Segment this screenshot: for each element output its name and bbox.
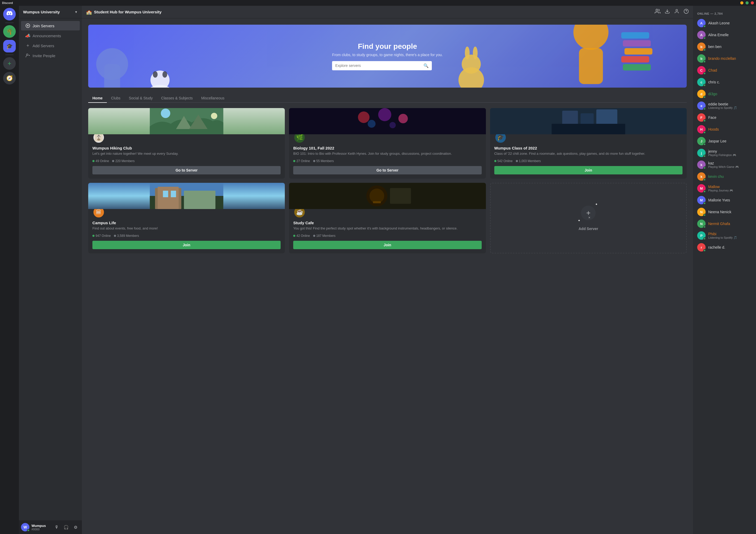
member-avatar-wrap: k — [697, 172, 706, 181]
sidebar-item-label: Join Servers — [33, 24, 54, 28]
member-item-akash-leone[interactable]: A Akash Leone — [695, 17, 754, 29]
member-avatar-wrap: P — [697, 231, 706, 240]
maximize-btn[interactable] — [745, 1, 749, 5]
tab-clubs[interactable]: Clubs — [107, 94, 125, 103]
sidebar-item-label: Invite People — [33, 54, 55, 58]
member-item-hoods[interactable]: H Hoods — [695, 123, 754, 135]
tab-social-study[interactable]: Social & Study — [125, 94, 157, 103]
join-btn-study-cafe[interactable]: Join — [293, 241, 481, 249]
tab-home[interactable]: Home — [88, 94, 107, 103]
svg-point-13 — [153, 71, 157, 78]
svg-rect-21 — [625, 48, 652, 55]
card-header: ☕ — [293, 213, 481, 218]
sidebar-item-add-servers[interactable]: + Add Servers — [21, 41, 80, 50]
cards-grid: Wumpus Hiking Club Let's get into nature… — [88, 108, 687, 253]
go-to-server-btn-bio[interactable]: Go to Server — [293, 166, 481, 174]
server-icon-wumpus-uni[interactable]: 🎓 — [3, 40, 16, 52]
member-item-chad[interactable]: C Chad — [695, 64, 754, 76]
explore-servers-input[interactable] — [335, 64, 421, 68]
help-btn[interactable] — [684, 9, 689, 15]
member-item-phibi[interactable]: P Phibi Listening to Spotify 🎵 — [695, 230, 754, 241]
announcements-icon: 📣 — [25, 33, 30, 38]
sparkle-icon-2: ✦ — [578, 219, 580, 222]
card-body: 🎓 Wumpus Class of 2022 Class of '22 chil… — [490, 134, 687, 179]
discover-servers-icon[interactable]: 🧭 — [3, 72, 16, 85]
member-item-brando-mcclellan[interactable]: b brando mcclellan — [695, 53, 754, 64]
server-icon-tropical[interactable]: 🌴 — [3, 25, 16, 38]
friends-btn[interactable] — [655, 9, 661, 15]
member-item-eddie-beetie[interactable]: e eddie beetie Listening to Spotify 🎵 — [695, 100, 754, 112]
tab-classes[interactable]: Classes & Subjects — [157, 94, 197, 103]
member-item-jenny[interactable]: j jenny Playing Fishington 🎮 — [695, 147, 754, 159]
hero-banner: 🦋 🦜 🎵 Find your people Fr — [88, 25, 687, 88]
invite-people-icon — [25, 53, 30, 58]
members-stat: 187 Members — [313, 234, 336, 238]
add-server-card[interactable]: + ✦ ✦ ✕ Add Server — [490, 183, 687, 253]
card-header: 🌿 — [293, 139, 481, 144]
member-item-kevin-chu[interactable]: k kevin chu — [695, 171, 754, 182]
member-item-ben-ben[interactable]: b ben ben — [695, 41, 754, 52]
member-item-kaz[interactable]: k kaz Playing Witch Game 🎮 — [695, 159, 754, 170]
member-item-mallow[interactable]: M Mallow Playing Journey 🎮 — [695, 183, 754, 194]
go-to-server-btn-hiking[interactable]: Go to Server — [93, 166, 281, 174]
member-item-nermit-ghafa[interactable]: N Nermit Ghafa — [695, 218, 754, 230]
add-servers-icon: + — [25, 43, 30, 48]
members-count: 220 Members — [115, 159, 134, 163]
online-stat: 42 Online — [293, 234, 310, 238]
join-btn-campus-life[interactable]: Join — [93, 241, 281, 249]
online-dot — [93, 160, 94, 162]
card-wumpus-hiking-club[interactable]: Wumpus Hiking Club Let's get into nature… — [88, 108, 285, 179]
members-dot — [516, 160, 518, 162]
sidebar-item-announcements[interactable]: 📣 Announcements — [21, 31, 80, 40]
app-container: 🌴 🎓 + 🧭 Wumpus University ▼ — [0, 6, 756, 534]
online-stat: 27 Online — [293, 159, 310, 163]
status-dot — [703, 108, 706, 110]
member-name: kevin chu — [708, 174, 724, 179]
member-item-alina-emelle[interactable]: A Alina Emelle — [695, 29, 754, 41]
status-dot — [703, 237, 706, 240]
member-item-neena-nenick[interactable]: N Neena Nenick — [695, 206, 754, 218]
close-icon: ✕ — [588, 216, 590, 219]
member-item-jaspar-lee[interactable]: J Jaspar Lee — [695, 135, 754, 147]
footer-icons: 🎙 🎧 ⚙ — [52, 523, 80, 531]
profile-btn[interactable] — [674, 9, 679, 15]
add-server-label: Add Server — [579, 227, 598, 231]
member-item-mallorie-yves[interactable]: M Mallorie Yves — [695, 194, 754, 206]
member-item-di3go[interactable]: d di3go — [695, 88, 754, 100]
member-avatar-wrap: j — [697, 149, 706, 157]
card-study-cafe[interactable]: ☕ Study Cafe You got this! Find the perf… — [289, 183, 486, 253]
deafen-btn[interactable]: 🎧 — [62, 523, 70, 531]
online-stat: 542 Online — [494, 159, 513, 163]
svg-point-1 — [27, 54, 28, 55]
minimize-btn[interactable] — [740, 1, 743, 5]
member-item-chris-c[interactable]: c chris c. — [695, 76, 754, 88]
member-item-rachelle-d[interactable]: r rachelle d. — [695, 242, 754, 253]
members-dot — [112, 160, 114, 162]
sidebar-header[interactable]: Wumpus University ▼ — [19, 6, 82, 18]
status-dot — [703, 190, 706, 193]
card-body: 🌿 Biology 101, Fall 2022 BIO 101: Intro … — [289, 134, 486, 179]
discord-home-icon[interactable] — [3, 8, 16, 20]
card-biology-101[interactable]: 🌿 Biology 101, Fall 2022 BIO 101: Intro … — [289, 108, 486, 179]
hero-search-box[interactable]: 🔍 — [332, 61, 432, 70]
settings-btn[interactable]: ⚙ — [71, 523, 80, 531]
card-body: 🏛 Campus Life Find out about events, fre… — [88, 209, 285, 253]
sidebar-item-join-servers[interactable]: Join Servers — [21, 21, 80, 30]
mute-btn[interactable]: 🎙 — [52, 523, 61, 531]
join-btn-class2022[interactable]: Join — [494, 166, 683, 174]
card-wumpus-class-2022[interactable]: 🎓 Wumpus Class of 2022 Class of '22 chil… — [490, 108, 687, 179]
member-name: Mallorie Yves — [708, 198, 730, 202]
add-server-icon[interactable]: + — [3, 57, 16, 70]
tab-misc[interactable]: Miscellaneous — [197, 94, 229, 103]
member-avatar-wrap: M — [697, 184, 706, 192]
card-description: Let's get into nature together! We meet … — [93, 151, 281, 156]
member-name: eddie beetie — [708, 102, 752, 106]
download-btn[interactable] — [665, 9, 670, 15]
online-stat: 947 Online — [93, 234, 111, 238]
sidebar-item-invite-people[interactable]: Invite People — [21, 51, 80, 60]
close-btn[interactable] — [751, 1, 754, 5]
card-campus-life[interactable]: 🏛 Campus Life Find out about events, fre… — [88, 183, 285, 253]
svg-rect-51 — [163, 191, 168, 197]
member-item-face[interactable]: F Face — [695, 112, 754, 123]
status-dot — [703, 166, 706, 169]
